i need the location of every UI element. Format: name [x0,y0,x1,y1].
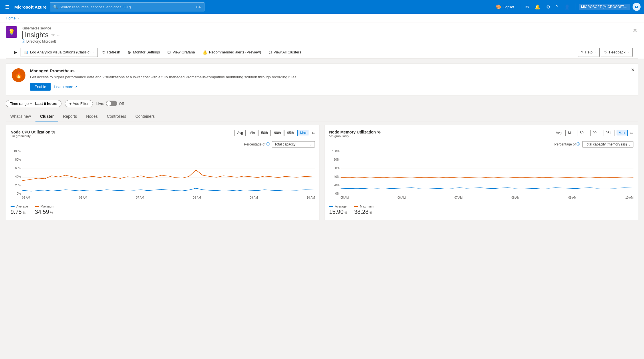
settings-icon-button[interactable]: ⚙ [544,3,552,11]
close-page-button[interactable]: ✕ [632,26,638,35]
tab-nodes[interactable]: Nodes [82,112,102,121]
cluster-icon: ⬡ [269,50,272,55]
prometheus-banner: 🔥 Managed Prometheus Get access to highe… [6,63,638,95]
cpu-min-btn[interactable]: Min [247,130,257,136]
main-content: 🔥 Managed Prometheus Get access to highe… [0,59,644,359]
user-account-button[interactable]: MICROSOFT (MICROSOFT.ONMI... [579,4,630,10]
view-selector-button[interactable]: 📊 Log Analytics visualizations (Classic)… [21,48,98,57]
page-title-area: Kubernetes service Insights ☆ ··· ⓘ Dire… [22,26,627,44]
memory-dropdown[interactable]: Total capacity (memory rss) ⌄ [582,141,633,147]
breadcrumb-separator: › [17,16,19,20]
charts-grid: Node CPU Utilization % 5m granularity Av… [6,125,638,220]
cpu-chart-title: Node CPU Utilization % [11,130,55,134]
memory-max-legend: Maximum 38.28 % [354,205,373,215]
breadcrumb-home[interactable]: Home [6,16,16,20]
tab-whats-new[interactable]: What's new [6,112,35,121]
nav-icons: 🎨 Copilot ✉ 🔔 ⚙ ? 👤 MICROSOFT (MICROSOFT… [494,3,641,11]
live-toggle[interactable] [106,101,117,106]
memory-chart-svg [341,150,633,196]
memory-max-btn[interactable]: Max [616,130,628,136]
feedback-icon-button[interactable]: 👤 [562,3,572,11]
resource-icon: 💡 [6,26,17,38]
banner-description: Get access to higher performance data an… [30,74,632,80]
memory-pin-button[interactable]: ⇐ [630,131,633,135]
memory-chart-title: Node Memory Utilization % [329,130,381,134]
enable-button[interactable]: Enable [30,83,51,91]
sidebar-toggle-button[interactable]: ▶ [11,48,19,56]
memory-dropdown-chevron: ⌄ [628,142,631,146]
time-range-label: Time range = [10,101,32,106]
memory-95th-btn[interactable]: 95th [603,130,615,136]
page-title: Insights ☆ ··· [22,31,627,39]
memory-filter-row: Percentage of ⓘ Total capacity (memory r… [329,141,633,147]
tab-controllers[interactable]: Controllers [102,112,131,121]
cpu-y-labels: 100% 80% 60% 40% 20% 0% [11,150,21,196]
help-icon-button[interactable]: ? [554,3,560,11]
memory-avg-btn[interactable]: Avg [553,130,564,136]
cpu-x-labels: 05 AM 06 AM 07 AM 08 AM 09 AM 10 AM [22,196,315,201]
tab-reports[interactable]: Reports [58,112,82,121]
search-input[interactable] [59,5,196,9]
memory-min-btn[interactable]: Min [565,130,576,136]
help-dropdown-button[interactable]: ? Help ⌄ [578,48,600,57]
feedback-dropdown-button[interactable]: ♡ Feedback ⌄ [601,48,633,57]
refresh-button[interactable]: ↻ Refresh [99,48,124,57]
cpu-chart-card: Node CPU Utilization % 5m granularity Av… [6,125,320,220]
breadcrumb: Home › [0,14,644,23]
memory-info-icon: ⓘ [577,142,580,147]
feedback-chevron-icon: ⌄ [627,51,629,54]
chevron-down-icon: ⌄ [92,51,95,54]
tab-containers[interactable]: Containers [131,112,159,121]
add-filter-icon: + [69,101,71,106]
memory-avg-legend: Average 15.90 % [329,205,347,215]
view-grafana-button[interactable]: ⬡ View Grafana [164,48,198,57]
cpu-legend: Average 9.75 % Maximum 34.59 % [11,205,315,215]
cpu-dropdown-chevron: ⌄ [309,142,312,146]
memory-legend: Average 15.90 % Maximum 38.28 % [329,205,633,215]
toolbar: ▶ 📊 Log Analytics visualizations (Classi… [6,46,638,59]
prometheus-icon: 🔥 [12,68,25,82]
cpu-avg-btn[interactable]: Avg [234,130,245,136]
banner-close-button[interactable]: ✕ [631,67,635,73]
banner-actions: Enable Learn more ↗ [30,83,632,91]
memory-x-labels: 05 AM 06 AM 07 AM 08 AM 09 AM 10 AM [341,196,633,201]
copilot-button[interactable]: 🎨 Copilot [494,3,516,11]
time-range-filter-button[interactable]: Time range = Last 6 hours [6,100,61,107]
cpu-50th-btn[interactable]: 50th [259,130,270,136]
mail-icon-button[interactable]: ✉ [524,3,531,11]
help-question-icon: ? [581,50,583,54]
more-options-button[interactable]: ··· [57,33,61,37]
tab-cluster[interactable]: Cluster [35,112,58,121]
cpu-max-btn[interactable]: Max [297,130,309,136]
cpu-percentage-label: Percentage of ⓘ [244,142,270,147]
recommended-alerts-button[interactable]: 🔔 Recommended alerts (Preview) [199,48,264,57]
memory-90th-btn[interactable]: 90th [590,130,602,136]
cpu-max-legend: Maximum 34.59 % [35,205,54,215]
hamburger-menu[interactable]: ☰ [3,3,11,11]
memory-chart-card: Node Memory Utilization % 5m granularity… [324,125,638,220]
cpu-chart-svg [22,150,315,196]
resource-type-label: Kubernetes service [22,26,627,30]
cpu-info-icon: ⓘ [266,142,270,147]
cpu-90th-btn[interactable]: 90th [272,130,283,136]
monitor-settings-button[interactable]: ⚙ Monitor Settings [124,48,163,57]
cpu-pin-button[interactable]: ⇐ [311,131,315,135]
add-filter-button[interactable]: + Add Filter [65,100,93,107]
memory-metric-buttons: Avg Min 50th 90th 95th Max ⇐ [553,130,633,136]
view-all-clusters-button[interactable]: ⬡ View All Clusters [265,48,305,57]
memory-percentage-label: Percentage of ⓘ [554,142,580,147]
cpu-chart-area: 100% 80% 60% 40% 20% 0% [11,150,315,201]
avatar: M [633,3,641,11]
analytics-icon: 📊 [24,50,28,54]
favorite-star-button[interactable]: ☆ [51,32,55,38]
memory-50th-btn[interactable]: 50th [577,130,589,136]
brand-logo: Microsoft Azure [14,5,47,9]
heart-icon: ♡ [604,50,607,54]
cpu-avg-legend: Average 9.75 % [11,205,28,215]
tabs-bar: What's new Cluster Reports Nodes Control… [6,112,638,121]
learn-more-link[interactable]: Learn more ↗ [54,85,77,89]
cpu-95th-btn[interactable]: 95th [285,130,296,136]
notifications-icon-button[interactable]: 🔔 [533,3,542,11]
cpu-dropdown[interactable]: Total capacity ⌄ [272,141,315,147]
search-bar[interactable]: 🔍 G+/ [50,2,204,11]
